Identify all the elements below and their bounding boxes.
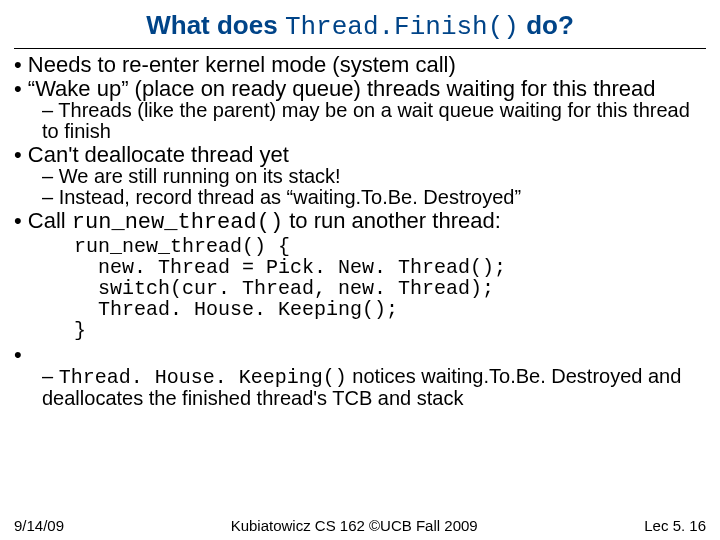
bullet-4-code: run_new_thread() bbox=[72, 210, 283, 235]
sub-bullet-2a-text: Threads (like the parent) may be on a wa… bbox=[42, 99, 690, 142]
code-block: run_new_thread() { new. Thread = Pick. N… bbox=[14, 236, 706, 341]
slide-body: Needs to re-enter kernel mode (system ca… bbox=[14, 53, 706, 409]
sub-bullet-4a-code: Thread. House. Keeping() bbox=[59, 366, 347, 389]
sub-bullet-3a-text: We are still running on its stack! bbox=[59, 165, 341, 187]
slide-title: What does Thread.Finish() do? bbox=[14, 10, 706, 42]
footer-course: Kubiatowicz CS 162 ©UCB Fall 2009 bbox=[231, 517, 478, 534]
footer-lecnum: Lec 5. 16 bbox=[644, 517, 706, 534]
bullet-2: “Wake up” (place on ready queue) threads… bbox=[14, 77, 706, 142]
bullet-1-text: Needs to re-enter kernel mode (system ca… bbox=[28, 52, 456, 77]
sub-bullet-2a: Threads (like the parent) may be on a wa… bbox=[42, 100, 706, 142]
title-prefix: What does bbox=[146, 10, 285, 40]
bullet-1: Needs to re-enter kernel mode (system ca… bbox=[14, 53, 706, 76]
title-suffix: do? bbox=[519, 10, 574, 40]
footer-date: 9/14/09 bbox=[14, 517, 64, 534]
bullet-2-text: “Wake up” (place on ready queue) threads… bbox=[28, 76, 656, 101]
sub-bullet-3b-text: Instead, record thread as “waiting.To.Be… bbox=[59, 186, 521, 208]
title-underline bbox=[14, 48, 706, 49]
bullet-4-post: to run another thread: bbox=[283, 208, 501, 233]
footer: 9/14/09 Kubiatowicz CS 162 ©UCB Fall 200… bbox=[14, 517, 706, 534]
bullet-3-text: Can't deallocate thread yet bbox=[28, 142, 289, 167]
bullet-4: Call run_new_thread() to run another thr… bbox=[14, 209, 706, 234]
sub-bullet-3a: We are still running on its stack! bbox=[42, 166, 706, 187]
bullet-3: Can't deallocate thread yet We are still… bbox=[14, 143, 706, 208]
bullet-4-sub-wrapper: Thread. House. Keeping() notices waiting… bbox=[14, 343, 706, 409]
sub-bullet-4a: Thread. House. Keeping() notices waiting… bbox=[42, 366, 706, 409]
title-code: Thread.Finish() bbox=[285, 12, 519, 42]
sub-bullet-3b: Instead, record thread as “waiting.To.Be… bbox=[42, 187, 706, 208]
bullet-4-pre: Call bbox=[28, 208, 72, 233]
